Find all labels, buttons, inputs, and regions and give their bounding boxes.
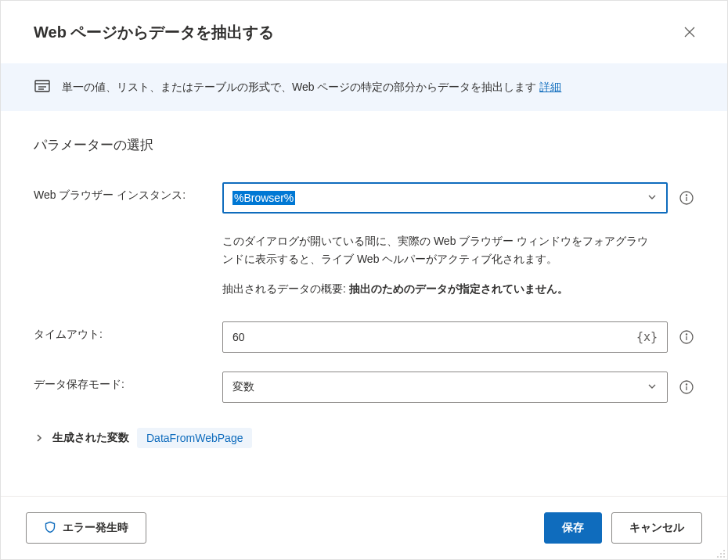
- summary-prefix: 抽出されるデータの概要:: [222, 282, 349, 295]
- chevron-right-icon: [34, 433, 45, 443]
- timeout-input-wrapper: {x}: [222, 321, 668, 353]
- timeout-input[interactable]: [232, 331, 636, 343]
- resize-grip[interactable]: [716, 548, 726, 558]
- svg-rect-2: [35, 81, 49, 92]
- storage-mode-label: データ保存モード:: [34, 372, 210, 392]
- cancel-button[interactable]: キャンセル: [611, 512, 702, 544]
- svg-point-15: [723, 550, 725, 551]
- save-label: 保存: [562, 521, 584, 535]
- dialog-content: パラメーターの選択 Web ブラウザー インスタンス: %Browser%: [1, 111, 727, 496]
- timeout-info-icon[interactable]: [679, 329, 694, 345]
- details-link[interactable]: 詳細: [539, 81, 561, 93]
- browser-instance-row: Web ブラウザー インスタンス: %Browser%: [34, 182, 694, 214]
- chevron-down-icon: [647, 192, 658, 205]
- browser-helper-text: このダイアログが開いている間に、実際の Web ブラウザー ウィンドウをフォアグ…: [222, 232, 654, 268]
- svg-point-18: [717, 556, 719, 558]
- timeout-label: タイムアウト:: [34, 321, 210, 342]
- generated-variable-chip[interactable]: DataFromWebPage: [137, 428, 252, 448]
- svg-point-20: [723, 556, 725, 558]
- svg-point-16: [720, 553, 722, 555]
- dialog-footer: エラー発生時 保存 キャンセル: [1, 496, 727, 559]
- summary-bold: 抽出のためのデータが指定されていません。: [349, 282, 568, 295]
- storage-mode-value: 変数: [232, 380, 254, 394]
- web-extract-icon: [34, 77, 51, 97]
- save-button[interactable]: 保存: [544, 512, 602, 544]
- shield-icon: [44, 521, 56, 536]
- timeout-row: タイムアウト: {x}: [34, 321, 694, 353]
- storage-info-icon[interactable]: [679, 379, 694, 395]
- on-error-label: エラー発生時: [63, 521, 128, 535]
- generated-variables-row: 生成された変数 DataFromWebPage: [34, 428, 694, 448]
- on-error-button[interactable]: エラー発生時: [26, 512, 146, 544]
- close-icon: [684, 27, 695, 38]
- cancel-label: キャンセル: [629, 521, 684, 535]
- browser-instance-value: %Browser%: [232, 191, 295, 205]
- variable-picker-icon[interactable]: {x}: [636, 330, 658, 344]
- dialog-title: Web ページからデータを抽出する: [34, 22, 274, 43]
- chevron-down-icon: [647, 381, 658, 394]
- browser-info-icon[interactable]: [679, 190, 694, 206]
- browser-instance-select[interactable]: %Browser%: [222, 182, 668, 214]
- svg-point-10: [686, 334, 687, 335]
- storage-mode-select[interactable]: 変数: [222, 372, 668, 403]
- svg-point-7: [686, 195, 687, 196]
- section-title: パラメーターの選択: [34, 136, 694, 154]
- svg-point-19: [720, 556, 722, 558]
- dialog: Web ページからデータを抽出する 単一の値、リスト、またはテーブルの形式で、W…: [0, 0, 728, 560]
- info-banner: 単一の値、リスト、またはテーブルの形式で、Web ページの特定の部分からデータを…: [1, 63, 727, 111]
- extraction-summary: 抽出されるデータの概要: 抽出のためのデータが指定されていません。: [222, 282, 654, 296]
- close-button[interactable]: [677, 20, 702, 45]
- svg-point-17: [723, 553, 725, 555]
- dialog-header: Web ページからデータを抽出する: [1, 1, 727, 63]
- expand-toggle[interactable]: [34, 433, 45, 443]
- generated-variables-label: 生成された変数: [52, 431, 129, 445]
- info-banner-text: 単一の値、リスト、またはテーブルの形式で、Web ページの特定の部分からデータを…: [62, 81, 561, 95]
- info-banner-message: 単一の値、リスト、またはテーブルの形式で、Web ページの特定の部分からデータを…: [62, 81, 539, 93]
- svg-point-13: [686, 384, 687, 385]
- browser-instance-label: Web ブラウザー インスタンス:: [34, 182, 210, 203]
- storage-mode-row: データ保存モード: 変数: [34, 372, 694, 403]
